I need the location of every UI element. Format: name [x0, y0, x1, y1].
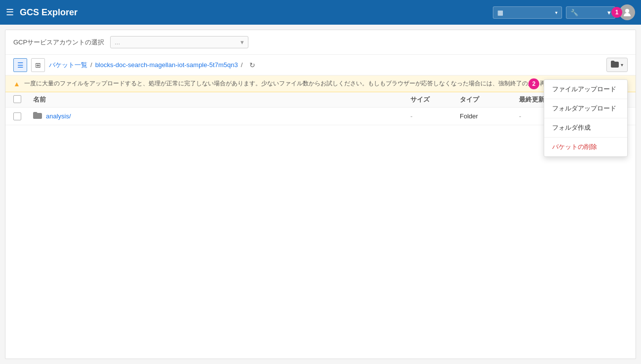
badge-1[interactable]: 1 [611, 7, 622, 18]
action-dropdown-menu: ファイルアップロード フォルダアップロード フォルダ作成 バケットの削除 [544, 79, 628, 157]
header-checkbox-col [13, 95, 33, 104]
menu-icon[interactable]: ☰ [6, 7, 14, 18]
breadcrumb-sep-2: / [241, 61, 243, 69]
warning-bar: ▲ 一度に大量のファイルをアップロードすると、処理が正常に完了しない場合がありま… [5, 75, 636, 92]
service-account-label: GCPサービスアカウントの選択 [13, 38, 104, 47]
folder-icon [33, 111, 42, 121]
service-account-row: GCPサービスアカウントの選択 ... ▾ [5, 30, 636, 55]
chevron-down-icon: ▾ [555, 10, 558, 15]
grid-icon: ▦ [497, 9, 503, 16]
refresh-icon[interactable]: ↻ [249, 61, 255, 69]
wrench-icon: 🔧 [570, 9, 578, 16]
row-name-cell[interactable]: analysis/ [33, 111, 410, 121]
dropdown-item-file-upload[interactable]: ファイルアップロード [544, 80, 627, 99]
dropdown-item-delete-bucket[interactable]: バケットの削除 [544, 138, 627, 156]
row-type: Folder [460, 112, 519, 120]
row-name: analysis/ [46, 112, 71, 120]
breadcrumb: バケット一覧 / blocks-doc-search-magellan-iot-… [49, 61, 602, 70]
breadcrumb-bucket-list-link[interactable]: バケット一覧 [49, 61, 87, 70]
service-account-input[interactable]: ... ▾ [110, 36, 248, 48]
chevron-down-icon-sa: ▾ [240, 38, 244, 46]
table-row: analysis/ - Folder - [5, 108, 636, 125]
list-view-button[interactable]: ☰ [13, 58, 27, 72]
breadcrumb-current-bucket-link[interactable]: blocks-doc-search-magellan-iot-sample-5t… [95, 61, 238, 69]
header-type: タイプ [460, 95, 519, 104]
row-size: - [410, 112, 460, 120]
select-all-checkbox[interactable] [13, 95, 21, 103]
warning-icon: ▲ [13, 80, 20, 88]
svg-point-0 [625, 9, 629, 13]
header-name: 名前 [33, 95, 410, 104]
warning-text: 一度に大量のファイルをアップロードすると、処理が正常に完了しない場合があります。… [24, 79, 599, 88]
chevron-down-icon-2: ▾ [607, 9, 611, 16]
service-account-dots: ... [115, 38, 120, 46]
app-header: ☰ GCS Explorer ▦ ▾ 🔧 ▾ [0, 0, 641, 25]
action-dropdown-button[interactable]: ▾ [606, 58, 628, 72]
header-dropdown-1[interactable]: ▦ ▾ [493, 6, 562, 19]
badge-2[interactable]: 2 [528, 78, 539, 89]
action-chevron-icon: ▾ [621, 62, 623, 68]
folder-upload-icon [611, 60, 619, 70]
grid-view-button[interactable]: ⊞ [31, 58, 45, 72]
toolbar-row: ☰ ⊞ バケット一覧 / blocks-doc-search-magellan-… [5, 55, 636, 75]
dropdown-item-folder-upload[interactable]: フォルダアップロード [544, 99, 627, 118]
breadcrumb-sep-1: / [90, 61, 92, 69]
row-checkbox-col [13, 112, 33, 120]
header-size: サイズ [410, 95, 460, 104]
app-title: GCS Explorer [20, 7, 493, 18]
row-checkbox[interactable] [13, 112, 21, 120]
main-container: GCPサービスアカウントの選択 ... ▾ ☰ ⊞ バケット一覧 / block… [5, 30, 636, 359]
table-header: 名前 サイズ タイプ 最終更新 [5, 92, 636, 108]
header-tool-dropdown[interactable]: 🔧 ▾ [566, 6, 615, 19]
dropdown-item-create-folder[interactable]: フォルダ作成 [544, 118, 627, 138]
